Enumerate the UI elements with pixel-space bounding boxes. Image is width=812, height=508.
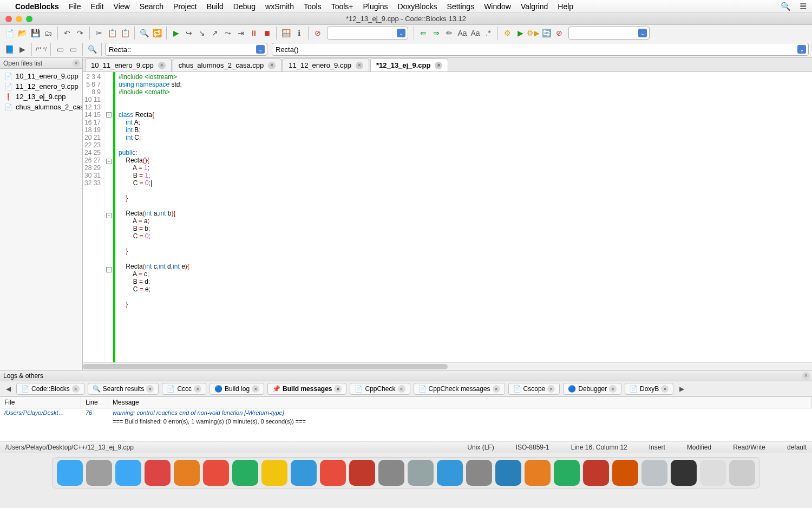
doxy-icon[interactable]: 📘 bbox=[3, 43, 15, 55]
editor-tab[interactable]: *12_13_ej_9.cpp× bbox=[370, 58, 448, 71]
dock-app-icon[interactable] bbox=[700, 460, 726, 486]
menu-search[interactable]: Search bbox=[140, 2, 163, 11]
close-tab-icon[interactable]: × bbox=[158, 62, 166, 69]
dock-app-icon[interactable] bbox=[115, 460, 141, 486]
rebuild-icon[interactable]: 🔄 bbox=[540, 27, 552, 39]
dock-app-icon[interactable] bbox=[408, 460, 434, 486]
whole-word-icon[interactable]: Aa bbox=[469, 27, 481, 39]
log-tab[interactable]: 🔵Debugger× bbox=[563, 383, 621, 395]
info-icon[interactable]: ℹ bbox=[293, 27, 305, 39]
code-editor[interactable]: 2 3 4 5 6 7 8 9 10 11 12 13 14 15 16 17 … bbox=[83, 72, 812, 362]
log-col-line[interactable]: Line bbox=[81, 397, 108, 408]
line-comment-icon[interactable]: ▭ bbox=[67, 43, 79, 55]
fold-icon[interactable]: − bbox=[106, 112, 112, 118]
log-tab[interactable]: 📄Cccc× bbox=[162, 383, 206, 395]
close-log-tab-icon[interactable]: × bbox=[547, 385, 555, 393]
regex-icon[interactable]: .* bbox=[482, 27, 494, 39]
close-log-tab-icon[interactable]: × bbox=[252, 385, 259, 393]
log-tab[interactable]: 📄DoxyB× bbox=[625, 383, 673, 395]
next-icon[interactable]: ⇒ bbox=[430, 27, 442, 39]
search-combo[interactable]: ⌄ bbox=[327, 27, 408, 40]
editor-tab[interactable]: 10_11_enero_9.cpp× bbox=[85, 58, 172, 71]
log-tab[interactable]: 📌Build messages× bbox=[267, 383, 346, 395]
dock-app-icon[interactable] bbox=[145, 460, 171, 486]
scope-combo[interactable]: Recta::⌄ bbox=[105, 43, 267, 56]
highlight-icon[interactable]: ✏ bbox=[443, 27, 455, 39]
close-log-tab-icon[interactable]: × bbox=[72, 385, 80, 393]
continue-icon[interactable]: ⤳ bbox=[222, 27, 234, 39]
log-tabs-prev-icon[interactable]: ◀ bbox=[3, 383, 13, 395]
dock-app-icon[interactable] bbox=[554, 460, 580, 486]
target-combo[interactable]: ⌄ bbox=[568, 27, 650, 40]
close-logs-icon[interactable]: × bbox=[802, 372, 810, 380]
log-row[interactable]: === Build finished: 0 error(s), 1 warnin… bbox=[0, 417, 812, 426]
close-log-tab-icon[interactable]: × bbox=[334, 385, 342, 393]
close-log-tab-icon[interactable]: × bbox=[661, 385, 669, 393]
close-log-tab-icon[interactable]: × bbox=[146, 385, 154, 393]
dock-app-icon[interactable] bbox=[641, 460, 667, 486]
fold-icon[interactable]: − bbox=[106, 159, 112, 164]
file-item[interactable]: ❗12_13_ej_9.cpp bbox=[0, 92, 82, 102]
file-item[interactable]: 📄chus_alumnos_2_casa.cpp bbox=[0, 102, 82, 112]
control-center-icon[interactable]: ☰ bbox=[800, 2, 807, 11]
log-tab[interactable]: 📄CppCheck× bbox=[350, 383, 410, 395]
log-row[interactable]: /Users/Pelayo/Deskt…76warning: control r… bbox=[0, 408, 812, 417]
log-tab[interactable]: 🔵Build log× bbox=[209, 383, 264, 395]
app-name[interactable]: CodeBlocks bbox=[15, 2, 59, 11]
close-sidebar-icon[interactable]: × bbox=[73, 60, 80, 67]
close-log-tab-icon[interactable]: × bbox=[493, 385, 500, 393]
doxy-run-icon[interactable]: ▶ bbox=[16, 43, 28, 55]
menu-view[interactable]: View bbox=[114, 2, 130, 11]
run-program-icon[interactable]: ▶ bbox=[514, 27, 526, 39]
menu-plugins[interactable]: Plugins bbox=[363, 2, 388, 11]
menu-help[interactable]: Help bbox=[558, 2, 573, 11]
menu-build[interactable]: Build bbox=[207, 2, 224, 11]
dock-app-icon[interactable] bbox=[174, 460, 200, 486]
pause-icon[interactable]: ⏸ bbox=[248, 27, 260, 39]
save-all-icon[interactable]: 🗂 bbox=[42, 27, 54, 39]
dock-app-icon[interactable] bbox=[671, 460, 697, 486]
menu-tools[interactable]: Tools bbox=[304, 2, 322, 11]
run-to-cursor-icon[interactable]: ⇥ bbox=[235, 27, 247, 39]
menu-tools+[interactable]: Tools+ bbox=[331, 2, 353, 11]
file-item[interactable]: 📄11_12_enero_9.cpp bbox=[0, 81, 82, 92]
log-tab[interactable]: 📄Code::Blocks× bbox=[16, 383, 84, 395]
close-log-tab-icon[interactable]: × bbox=[398, 385, 405, 393]
log-col-message[interactable]: Message bbox=[108, 397, 812, 408]
file-item[interactable]: 📄10_11_enero_9.cpp bbox=[0, 71, 82, 81]
dock-app-icon[interactable] bbox=[437, 460, 463, 486]
menu-valgrind[interactable]: Valgrind bbox=[521, 2, 548, 11]
dock-app-icon[interactable] bbox=[86, 460, 112, 486]
dock-app-icon[interactable] bbox=[291, 460, 317, 486]
copy-icon[interactable]: 📋 bbox=[106, 27, 118, 39]
undo-icon[interactable]: ↶ bbox=[61, 27, 73, 39]
close-tab-icon[interactable]: × bbox=[268, 62, 276, 69]
menu-edit[interactable]: Edit bbox=[90, 2, 103, 11]
zoom-window-button[interactable] bbox=[26, 16, 32, 22]
dock-app-icon[interactable] bbox=[378, 460, 404, 486]
dock-app-icon[interactable] bbox=[203, 460, 229, 486]
dock-app-icon[interactable] bbox=[57, 460, 83, 486]
stop-debug-icon[interactable]: ⏹ bbox=[261, 27, 273, 39]
dock-app-icon[interactable] bbox=[495, 460, 521, 486]
editor-tab[interactable]: 11_12_enero_9.cpp× bbox=[283, 58, 369, 71]
fold-icon[interactable]: − bbox=[106, 267, 112, 272]
log-col-file[interactable]: File bbox=[0, 397, 81, 408]
step-out-icon[interactable]: ↗ bbox=[209, 27, 221, 39]
close-tab-icon[interactable]: × bbox=[435, 62, 442, 69]
log-tab[interactable]: 📄CppCheck messages× bbox=[414, 383, 505, 395]
close-tab-icon[interactable]: × bbox=[356, 62, 363, 69]
menu-doxyblocks[interactable]: DoxyBlocks bbox=[397, 2, 437, 11]
menu-project[interactable]: Project bbox=[173, 2, 197, 11]
spotlight-icon[interactable]: 🔍 bbox=[781, 2, 791, 11]
dock-app-icon[interactable] bbox=[583, 460, 609, 486]
block-comment-icon[interactable]: ▭ bbox=[54, 43, 66, 55]
log-tabs-next-icon[interactable]: ▶ bbox=[677, 383, 686, 395]
close-log-tab-icon[interactable]: × bbox=[609, 385, 617, 393]
fold-icon[interactable]: − bbox=[106, 213, 112, 218]
paste-icon[interactable]: 📋 bbox=[119, 27, 131, 39]
prev-icon[interactable]: ⇐ bbox=[417, 27, 429, 39]
abort-icon[interactable]: ⊘ bbox=[312, 27, 324, 39]
close-log-tab-icon[interactable]: × bbox=[194, 385, 201, 393]
horizontal-scrollbar[interactable] bbox=[83, 362, 812, 370]
